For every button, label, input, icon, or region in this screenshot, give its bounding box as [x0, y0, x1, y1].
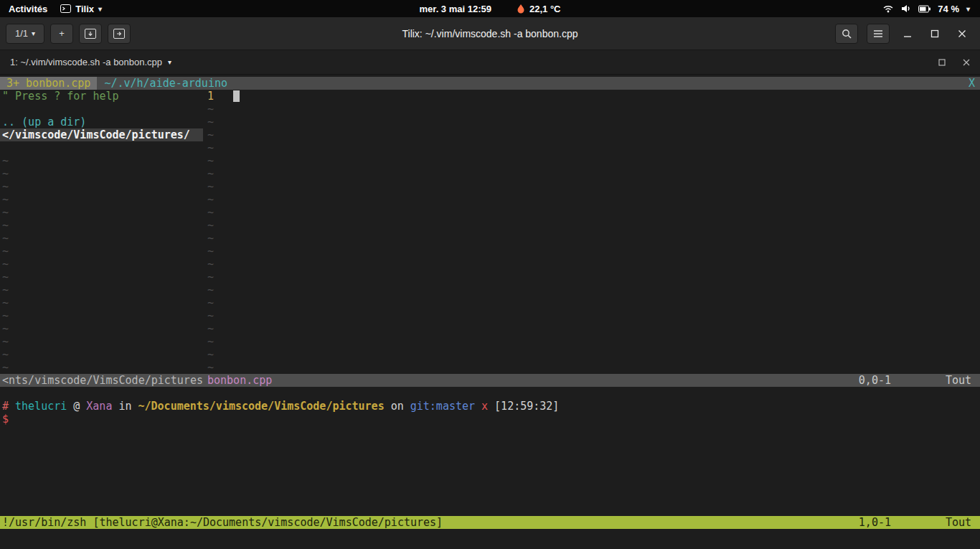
- nerdtree-help-line: " Press ? for help: [0, 90, 203, 103]
- buffer-empty-line: ~: [0, 296, 203, 309]
- battery-icon: [918, 5, 930, 13]
- clock[interactable]: mer. 3 mai 12:59: [420, 4, 491, 14]
- system-status-area[interactable]: 74 % ▾: [882, 4, 980, 14]
- chevron-down-icon: ▾: [32, 29, 35, 37]
- chevron-down-icon: ▾: [98, 5, 102, 13]
- blank-line: [0, 103, 203, 116]
- nerdtree-updir-line[interactable]: .. (up a dir): [0, 116, 203, 128]
- buffer-empty-line: ~: [0, 154, 203, 167]
- terminal-statusline-text: !/usr/bin/zsh [thelucri@Xana:~/Documents…: [2, 516, 443, 529]
- terminal-statusline-position: Tout: [891, 516, 980, 529]
- plus-icon: +: [59, 28, 65, 39]
- vim-tabline-close[interactable]: X: [963, 77, 980, 90]
- activities-button[interactable]: Activités: [9, 4, 47, 14]
- session-title[interactable]: 1: ~/.vim/vimscode.sh -a bonbon.cpp: [10, 57, 162, 67]
- split-right-icon: [113, 29, 125, 39]
- buffer-empty-line: ~: [0, 193, 203, 206]
- prompt-in: in: [118, 400, 131, 413]
- prompt-symbol: $: [2, 413, 980, 426]
- temperature-label: 22,1 °C: [529, 4, 561, 14]
- search-button[interactable]: [835, 24, 858, 44]
- buffer-empty-line: ~: [203, 141, 980, 154]
- cursor-block: [233, 90, 240, 102]
- maximize-button[interactable]: [925, 24, 944, 43]
- chevron-down-icon: ▾: [966, 5, 970, 13]
- vim-cmdline: [0, 529, 980, 549]
- buffer-empty-line: ~: [203, 193, 980, 206]
- buffer-empty-line: ~: [203, 232, 980, 245]
- session-pager-button[interactable]: 1/1 ▾: [6, 24, 44, 44]
- wifi-icon: [882, 4, 894, 13]
- volume-icon: [901, 4, 911, 13]
- nerdtree-statusline: <nts/vimscode/VimsCode/pictures: [0, 374, 203, 387]
- add-session-button[interactable]: +: [50, 24, 73, 44]
- chevron-down-icon[interactable]: ▾: [168, 58, 171, 66]
- vim-tab-active[interactable]: 3+ bonbon.cpp: [0, 77, 97, 90]
- buffer-empty-line: ~: [0, 361, 203, 374]
- nerdtree-pane[interactable]: " Press ? for help .. (up a dir) </vimsc…: [0, 90, 203, 374]
- buffer-empty-line: ~: [203, 296, 980, 309]
- terminal-area[interactable]: 3+ bonbon.cpp ~/.v/h/aide-arduino X " Pr…: [0, 75, 980, 549]
- split-down-icon: [85, 29, 96, 39]
- window-title: Tilix: ~/.vim/vimscode.sh -a bonbon.cpp: [402, 28, 578, 39]
- buffer-empty-line: ~: [0, 219, 203, 232]
- tilix-app-menu[interactable]: Tilix ▾: [60, 4, 102, 14]
- buffer-empty-line: ~: [203, 219, 980, 232]
- buffer-statusline: bonbon.cpp 0,0-1 Tout: [203, 374, 980, 387]
- weather-icon: [517, 4, 525, 14]
- buffer-empty-line: ~: [0, 180, 203, 193]
- prompt-git-branch: git:master: [410, 400, 475, 413]
- shell-prompt: # thelucri @ Xana in ~/Documents/vimscod…: [2, 400, 980, 413]
- session-tab-bar: 1: ~/.vim/vimscode.sh -a bonbon.cpp ▾: [0, 50, 980, 75]
- gnome-top-bar: Activités Tilix ▾ mer. 3 mai 12:59 22,1 …: [0, 0, 980, 17]
- buffer-empty-line: ~: [203, 180, 980, 193]
- buffer-empty-line: ~: [203, 258, 980, 271]
- buffer-empty-lines: ~~~~~~~~~~~~~~~~~~~~~: [203, 103, 980, 374]
- add-terminal-right-button[interactable]: [108, 24, 131, 44]
- blank-line: [0, 141, 203, 154]
- vim-tabline: 3+ bonbon.cpp ~/.v/h/aide-arduino X: [0, 77, 980, 90]
- buffer-empty-line: ~: [203, 335, 980, 348]
- prompt-path: ~/Documents/vimscode/VimsCode/pictures: [138, 400, 385, 413]
- terminal-close-button[interactable]: [963, 59, 970, 66]
- session-pager-label: 1/1: [15, 28, 28, 39]
- weather-widget[interactable]: 22,1 °C: [517, 4, 561, 14]
- prompt-user: thelucri: [15, 400, 67, 413]
- add-terminal-down-button[interactable]: [79, 24, 102, 44]
- buffer-empty-line: ~: [0, 322, 203, 335]
- close-button[interactable]: [953, 24, 971, 43]
- line-number: 1: [207, 90, 214, 103]
- buffer-empty-line: ~: [0, 283, 203, 296]
- buffer-empty-line: ~: [0, 348, 203, 361]
- terminal-maximize-button[interactable]: [938, 59, 946, 66]
- buffer-empty-line: ~: [203, 167, 980, 180]
- nerdtree-selected-line[interactable]: </vimscode/VimsCode/pictures/: [0, 128, 203, 141]
- prompt-hash: #: [2, 400, 9, 413]
- buffer-empty-line: ~: [0, 167, 203, 180]
- terminal-statusline-ruler: 1,0-1: [859, 516, 891, 529]
- close-icon: [958, 29, 966, 38]
- buffer-empty-line: ~: [203, 154, 980, 167]
- shell-pane[interactable]: # thelucri @ Xana in ~/Documents/vimscod…: [0, 387, 980, 516]
- menu-button[interactable]: [867, 24, 890, 44]
- buffer-empty-line: ~: [0, 245, 203, 258]
- buffer-empty-line: ~: [203, 322, 980, 335]
- buffer-empty-line: ~: [203, 128, 980, 141]
- buffer-empty-line: ~: [203, 206, 980, 219]
- tilix-app-icon: [60, 4, 71, 13]
- buffer-empty-line: ~: [0, 335, 203, 348]
- nerdtree-empty-lines: ~~~~~~~~~~~~~~~~~: [0, 154, 203, 374]
- buffer-pane[interactable]: 1 ~~~~~~~~~~~~~~~~~~~~~: [203, 90, 980, 374]
- buffer-line-1: 1: [203, 90, 980, 103]
- statusline-ruler: 0,0-1: [859, 374, 891, 387]
- vim-tab-inactive[interactable]: ~/.v/h/aide-arduino: [97, 77, 235, 90]
- buffer-empty-line: ~: [203, 309, 980, 322]
- buffer-empty-line: ~: [0, 206, 203, 219]
- buffer-empty-line: ~: [203, 245, 980, 258]
- maximize-icon: [930, 29, 939, 38]
- buffer-empty-line: ~: [203, 116, 980, 128]
- prompt-host: Xana: [86, 400, 112, 413]
- app-name-label: Tilix: [75, 4, 94, 14]
- minimize-button[interactable]: [898, 24, 917, 43]
- minimize-icon: [903, 29, 912, 38]
